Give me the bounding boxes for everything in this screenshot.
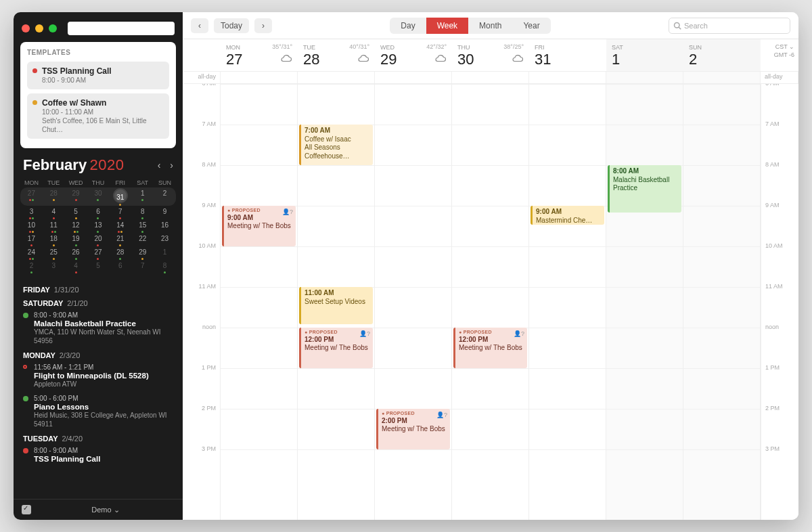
mini-day[interactable]: 12 xyxy=(65,219,87,233)
mini-day[interactable]: 6 xyxy=(109,260,131,273)
mini-day[interactable]: 28 xyxy=(43,187,65,206)
minimize-icon[interactable] xyxy=(35,24,43,32)
view-year[interactable]: Year xyxy=(512,18,550,34)
mini-day[interactable]: 6 xyxy=(87,206,110,219)
mini-day[interactable]: 28 xyxy=(109,246,131,260)
calendar-event[interactable]: ● PROPOSED12:00 PMMeeting w/ The Bobs👤? xyxy=(453,328,527,368)
calendar-event[interactable]: 8:00 AMMalachi Basketball Practice xyxy=(608,165,681,213)
template-location: Seth's Coffee, 106 E Main St, Little Chu… xyxy=(42,116,164,134)
allday-cell[interactable] xyxy=(452,72,529,83)
mini-day[interactable]: 21 xyxy=(109,233,131,246)
mini-day[interactable]: 2 xyxy=(154,187,176,206)
mini-day[interactable]: 18 xyxy=(43,233,65,246)
allday-cell[interactable] xyxy=(298,72,375,83)
mini-day[interactable]: 29 xyxy=(65,187,87,206)
view-day[interactable]: Day xyxy=(390,18,426,34)
agenda-event[interactable]: 5:00 - 6:00 PM Piano Lessons Heid Music,… xyxy=(23,395,173,428)
mini-day[interactable]: 7 xyxy=(131,260,154,273)
template-item[interactable]: Coffee w/ Shawn 10:00 - 11:00 AM Seth's … xyxy=(27,93,169,139)
mini-day[interactable]: 2 xyxy=(20,260,43,273)
mini-day[interactable]: 27 xyxy=(20,187,43,206)
mini-day[interactable]: 8 xyxy=(154,260,176,273)
close-icon[interactable] xyxy=(22,24,30,32)
day-number: 30 xyxy=(457,51,474,68)
prev-button[interactable]: ‹ xyxy=(191,18,208,33)
mini-day[interactable]: 5 xyxy=(87,260,110,273)
day-header[interactable]: WED42°/32° 29 xyxy=(375,39,452,71)
day-header[interactable]: SUN 2 xyxy=(683,39,761,71)
mini-day[interactable]: 13 xyxy=(87,219,110,233)
mini-day[interactable]: 31 xyxy=(109,187,131,206)
mini-day[interactable]: 29 xyxy=(131,246,154,260)
day-column[interactable]: ● PROPOSED9:00 AMMeeting w/ The Bobs👤? xyxy=(221,84,298,520)
mini-next-icon[interactable]: › xyxy=(170,160,173,171)
mini-day[interactable]: 27 xyxy=(87,246,110,260)
mini-day[interactable]: 1 xyxy=(131,187,154,206)
day-column[interactable]: 9:00 AMMastermind Che… xyxy=(529,84,606,520)
template-item[interactable]: TSS Planning Call 8:00 - 9:00 AM xyxy=(27,62,169,89)
day-header[interactable]: FRI 31 xyxy=(529,39,606,71)
allday-cell[interactable] xyxy=(221,72,298,83)
mini-day[interactable]: 17 xyxy=(20,233,43,246)
day-column[interactable]: 8:00 AMMalachi Basketball Practice xyxy=(606,84,683,520)
mini-day[interactable]: 24 xyxy=(20,246,43,260)
mini-day[interactable]: 3 xyxy=(43,260,65,273)
day-header[interactable]: SAT 1 xyxy=(606,39,683,71)
mini-day[interactable]: 30 xyxy=(87,187,110,206)
sidebar-search-input[interactable] xyxy=(68,22,175,35)
mini-day[interactable]: 16 xyxy=(154,219,176,233)
day-header[interactable]: MON35°/31° 27 xyxy=(221,39,298,71)
mini-day[interactable]: 4 xyxy=(65,260,87,273)
allday-cell[interactable] xyxy=(606,72,683,83)
mini-day[interactable]: 8 xyxy=(131,206,154,219)
calendar-set-menu[interactable]: Demo ⌄ xyxy=(37,506,175,514)
day-header[interactable]: THU38°/25° 30 xyxy=(452,39,529,71)
mini-day[interactable]: 22 xyxy=(131,233,154,246)
mini-day[interactable]: 20 xyxy=(87,233,110,246)
agenda-list[interactable]: FRIDAY 1/31/20SATURDAY 2/1/20 8:00 - 9:0… xyxy=(14,276,183,499)
allday-cell[interactable] xyxy=(529,72,606,83)
event-time: 7:00 AM xyxy=(304,127,369,135)
agenda-event[interactable]: 11:56 AM - 1:21 PM Flight to Minneapolis… xyxy=(23,363,173,389)
day-header[interactable]: TUE40°/31° 28 xyxy=(298,39,375,71)
mini-day[interactable]: 14 xyxy=(109,219,131,233)
mini-day[interactable]: 7 xyxy=(109,206,131,219)
mini-day[interactable]: 10 xyxy=(20,219,43,233)
allday-cell[interactable] xyxy=(683,72,761,83)
calendar-event[interactable]: ● PROPOSED12:00 PMMeeting w/ The Bobs👤? xyxy=(299,328,373,368)
mini-prev-icon[interactable]: ‹ xyxy=(158,160,161,171)
mini-calendar[interactable]: MONTUEWEDTHUFRISATSUN 272829303112345678… xyxy=(14,174,183,276)
day-column[interactable] xyxy=(683,84,761,520)
allday-cell[interactable] xyxy=(375,72,452,83)
mini-day[interactable]: 26 xyxy=(65,246,87,260)
calendar-event[interactable]: 9:00 AMMastermind Che… xyxy=(531,206,604,225)
mini-day[interactable]: 1 xyxy=(154,246,176,260)
day-column[interactable]: ● PROPOSED2:00 PMMeeting w/ The Bobs👤? xyxy=(375,84,452,520)
timezone-label[interactable]: CST ⌄GMT -6 xyxy=(761,39,798,71)
next-button[interactable]: › xyxy=(254,18,272,33)
calendar-event[interactable]: 7:00 AMCoffee w/ IsaacAll Seasons Coffee… xyxy=(299,125,373,165)
view-month[interactable]: Month xyxy=(468,18,512,34)
mini-day[interactable]: 15 xyxy=(131,219,154,233)
day-column[interactable]: 7:00 AMCoffee w/ IsaacAll Seasons Coffee… xyxy=(298,84,375,520)
mini-day[interactable]: 4 xyxy=(43,206,65,219)
mini-day[interactable]: 11 xyxy=(43,219,65,233)
mini-day[interactable]: 19 xyxy=(65,233,87,246)
mini-day[interactable]: 23 xyxy=(154,233,176,246)
calendar-event[interactable]: 11:00 AMSweet Setup Videos xyxy=(299,287,373,324)
maximize-icon[interactable] xyxy=(49,24,57,32)
mini-day[interactable]: 9 xyxy=(154,206,176,219)
search-input[interactable]: Search xyxy=(669,18,790,34)
mini-day[interactable]: 5 xyxy=(65,206,87,219)
calendar-event[interactable]: ● PROPOSED2:00 PMMeeting w/ The Bobs👤? xyxy=(376,409,450,449)
mini-day[interactable]: 25 xyxy=(43,246,65,260)
mini-day[interactable]: 3 xyxy=(20,206,43,219)
day-column[interactable]: ● PROPOSED12:00 PMMeeting w/ The Bobs👤? xyxy=(452,84,529,520)
today-button[interactable]: Today xyxy=(214,18,249,33)
agenda-event[interactable]: 8:00 - 9:00 AM Malachi Basketball Practi… xyxy=(23,311,173,345)
week-grid[interactable]: 6 AM7 AM8 AM9 AM10 AM11 AMnoon1 PM2 PM3 … xyxy=(183,84,798,520)
agenda-event[interactable]: 8:00 - 9:00 AM TSS Planning Call xyxy=(23,447,173,463)
view-week[interactable]: Week xyxy=(426,18,468,34)
checkmark-icon[interactable] xyxy=(22,505,31,514)
calendar-event[interactable]: ● PROPOSED9:00 AMMeeting w/ The Bobs👤? xyxy=(222,206,296,246)
